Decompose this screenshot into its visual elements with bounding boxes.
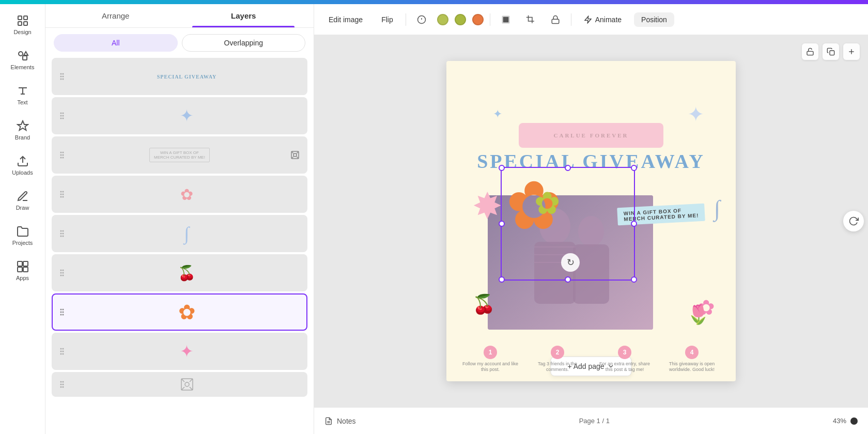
photo-refresh-button[interactable]: ↻: [561, 253, 580, 272]
svg-rect-81: [503, 17, 508, 22]
position-button[interactable]: Position: [634, 12, 674, 27]
zoom-dot[interactable]: [850, 417, 858, 425]
filter-overlapping-button[interactable]: Overlapping: [182, 34, 306, 52]
step-number-2: 2: [551, 346, 564, 359]
svg-rect-10: [23, 267, 28, 272]
svg-point-43: [60, 236, 62, 237]
color-dot-2[interactable]: [455, 14, 466, 25]
crop-button[interactable]: [521, 10, 540, 29]
svg-point-17: [60, 113, 62, 114]
canvas-badge: CARLUE FOREVER: [519, 123, 663, 148]
list-item[interactable]: ✦: [52, 333, 307, 370]
notes-button[interactable]: Notes: [324, 417, 356, 425]
canvas-flower-stem: 🌷: [687, 304, 710, 326]
svg-point-25: [60, 157, 62, 159]
drag-handle: [57, 346, 67, 357]
svg-point-42: [60, 233, 62, 235]
svg-point-28: [63, 157, 64, 159]
svg-point-50: [63, 270, 64, 271]
design-canvas[interactable]: ✸ ✦ ∫ ✦ CARLUE FOREVER SPECIAL GIVEAWAY …: [446, 61, 736, 381]
step-text-4: This giveaway is open worldwide. Good lu…: [663, 361, 720, 373]
svg-point-16: [63, 79, 64, 80]
sidebar-item-elements[interactable]: Elements: [4, 43, 41, 76]
layer-gift-text: WIN A GIFT BOX OFMERCH CURATED BY ME!: [149, 148, 210, 162]
info-button[interactable]: [412, 10, 431, 29]
svg-point-46: [63, 236, 64, 237]
svg-rect-89: [534, 242, 576, 304]
svg-point-14: [63, 73, 64, 75]
svg-point-61: [60, 353, 62, 355]
layer-preview: 🍒: [71, 257, 302, 288]
page-info: Page 1 / 1: [579, 417, 610, 425]
svg-rect-9: [18, 267, 22, 272]
svg-point-26: [63, 152, 64, 153]
animate-button[interactable]: Animate: [578, 12, 628, 27]
list-item[interactable]: ✦: [52, 97, 307, 134]
svg-line-74: [190, 379, 193, 382]
list-item[interactable]: [52, 372, 307, 397]
svg-point-36: [60, 194, 62, 195]
draw-icon: [17, 190, 29, 203]
color-dot-3[interactable]: [472, 14, 484, 25]
canvas-cherry: 🍒: [472, 293, 495, 315]
zoom-control: 43%: [833, 417, 858, 425]
color-dot-1[interactable]: [437, 14, 448, 25]
layer-preview: SPECIAL GIVEAWAY: [71, 61, 302, 92]
step-text-1: Follow my account and like this post.: [462, 361, 519, 373]
list-item[interactable]: SPECIAL GIVEAWAY: [52, 58, 307, 95]
svg-point-18: [60, 115, 62, 117]
flip-button[interactable]: Flip: [375, 12, 399, 27]
list-item[interactable]: ∫: [52, 215, 307, 252]
list-item[interactable]: ✿: [52, 293, 307, 331]
list-item[interactable]: 🍒: [52, 254, 307, 291]
canvas-wrapper[interactable]: ✸ ✦ ∫ ✦ CARLUE FOREVER SPECIAL GIVEAWAY …: [314, 35, 868, 407]
image-frame-icon: [180, 377, 194, 392]
rotate-icon: [848, 216, 859, 226]
tab-layers[interactable]: Layers: [180, 4, 308, 27]
svg-point-21: [63, 115, 64, 117]
copy-icon: [827, 48, 835, 56]
svg-line-73: [181, 379, 184, 382]
drag-handle: [57, 150, 67, 160]
svg-point-12: [60, 76, 62, 78]
toolbar-divider-2: [490, 13, 490, 26]
svg-rect-8: [23, 261, 28, 266]
sidebar-item-text[interactable]: Text: [4, 79, 41, 112]
canvas-diamond-blue: ✦: [493, 107, 502, 121]
drag-handle: [57, 379, 67, 390]
upload-icon: [17, 155, 29, 167]
icon-sidebar: Design Elements Text Brand Uploads Draw …: [0, 4, 45, 434]
projects-icon: [17, 225, 29, 238]
filter-all-button[interactable]: All: [54, 34, 178, 52]
toolbar: Edit image Flip Animate: [314, 4, 868, 35]
canvas-area: Edit image Flip Animate: [314, 4, 868, 434]
copy-canvas-icon[interactable]: [823, 43, 839, 60]
toolbar-divider-3: [571, 13, 571, 26]
svg-point-58: [63, 314, 64, 316]
sidebar-item-uploads[interactable]: Uploads: [4, 149, 41, 182]
list-item[interactable]: WIN A GIFT BOX OFMERCH CURATED BY ME!: [52, 136, 307, 174]
sidebar-item-brand[interactable]: Brand: [4, 114, 41, 147]
sidebar-item-apps[interactable]: Apps: [4, 254, 41, 287]
svg-point-57: [63, 312, 64, 313]
canvas-step-4: 4 This giveaway is open worldwide. Good …: [663, 346, 720, 373]
list-item[interactable]: ✿: [52, 176, 307, 213]
edit-image-button[interactable]: Edit image: [322, 12, 369, 27]
layer-flower: ✿: [180, 185, 193, 204]
svg-rect-7: [18, 261, 22, 266]
sidebar-item-design[interactable]: Design: [4, 8, 41, 41]
layers-bg-button[interactable]: [497, 10, 515, 29]
layers-bg-icon: [501, 15, 510, 24]
add-canvas-icon[interactable]: [843, 43, 860, 60]
rotate-tool[interactable]: [843, 211, 864, 231]
unlock-canvas-icon[interactable]: [802, 43, 818, 60]
tab-arrange[interactable]: Arrange: [52, 4, 180, 27]
svg-point-65: [60, 381, 62, 383]
svg-point-90: [578, 216, 604, 247]
svg-point-51: [63, 272, 64, 274]
svg-line-75: [181, 387, 184, 390]
layer-preview: ✿: [71, 297, 302, 328]
lock-button[interactable]: [546, 10, 565, 29]
sidebar-item-draw[interactable]: Draw: [4, 184, 41, 217]
sidebar-item-projects[interactable]: Projects: [4, 219, 41, 252]
